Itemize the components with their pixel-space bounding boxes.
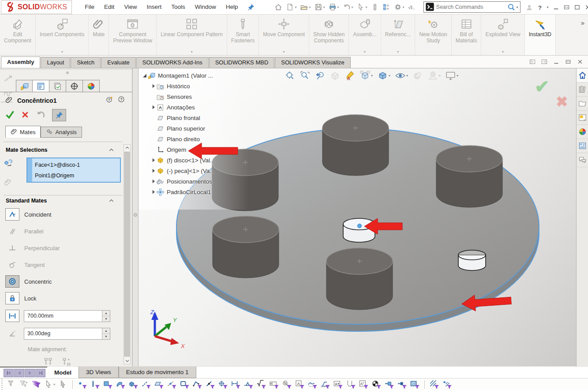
selection-entry[interactable]: Face<1>@disco-1 (35, 160, 118, 170)
select-lasso-button[interactable] (59, 380, 67, 389)
tab-layout[interactable]: Layout (41, 57, 70, 68)
undo-dropdown-icon[interactable]: ▾ (352, 5, 353, 9)
tab-property-manager[interactable] (33, 80, 49, 92)
task-pane-design-library[interactable] (577, 82, 588, 97)
tab-feature-manager[interactable] (16, 80, 33, 92)
view-settings-button[interactable]: ▾ (445, 70, 459, 82)
close-button[interactable] (584, 4, 588, 11)
options-list-button[interactable] (381, 2, 392, 12)
previous-view-button[interactable] (314, 70, 326, 82)
filter-graphics-button[interactable] (19, 380, 28, 389)
tab-display-manager[interactable] (83, 80, 100, 92)
restore-panel-button[interactable] (565, 59, 572, 65)
filter-weld-symbols-button[interactable] (244, 380, 253, 389)
ribbon-overflow-button[interactable]: » (577, 15, 588, 31)
menu-file[interactable]: File (80, 0, 99, 14)
ribbon-edit-component[interactable]: EditComponent (0, 15, 36, 55)
chevron-down-icon[interactable]: ▾ (61, 50, 63, 54)
chevron-down-icon[interactable]: ▾ (364, 50, 366, 54)
menu-view[interactable]: View (119, 0, 142, 14)
view-orientation-dropdown-icon[interactable]: ▾ (371, 74, 373, 78)
distance-spinner[interactable]: ▲▼ (102, 311, 110, 322)
tab-sketch[interactable]: Sketch (71, 57, 101, 68)
filter-midpoints-button[interactable] (167, 380, 176, 389)
graphics-area[interactable]: Z Y X Montagem1 (Valor ...HistóricoSenso… (139, 68, 576, 366)
confirmation-ok-icon[interactable]: ✔ (535, 76, 550, 97)
zoom-area-button[interactable] (299, 70, 311, 82)
angle-spinner[interactable]: ▲▼ (102, 328, 110, 339)
filter-surface-finish-button[interactable] (257, 380, 266, 389)
tab-3d-views[interactable]: 3D Views (79, 367, 119, 378)
mate-type-tangent[interactable]: Tangent (5, 258, 45, 272)
filter-solid-bodies-button[interactable] (129, 380, 138, 389)
filter-annotations-button[interactable]: A (333, 380, 343, 389)
print-button[interactable]: ▾ (327, 2, 341, 12)
undo-button[interactable] (36, 110, 45, 121)
select-arrow-dropdown-button[interactable]: ▾ (44, 380, 55, 389)
ribbon-exploded-view[interactable]: Exploded View▾ (481, 15, 524, 55)
aligned-icon[interactable] (43, 357, 53, 368)
expander-icon[interactable] (150, 178, 157, 184)
grip-button[interactable] (370, 2, 380, 12)
filter-notes-button[interactable]: N (282, 380, 292, 389)
filter-stack-active-button[interactable] (32, 380, 41, 389)
help-dropdown-icon[interactable]: ▾ (547, 5, 549, 9)
spin-down[interactable]: ▼ (102, 316, 110, 322)
close-panel-button[interactable] (577, 59, 584, 65)
filter-edges-button[interactable] (90, 380, 100, 389)
task-pane-appearances[interactable] (577, 125, 588, 139)
tab-solidworks-add-ins[interactable]: SOLIDWORKS Add-Ins (136, 57, 209, 68)
user-icon[interactable] (526, 4, 532, 11)
select-cursor-button[interactable]: ▾ (356, 2, 369, 12)
tree-item-montagem1-valor[interactable]: Montagem1 (Valor ... (141, 70, 215, 81)
chevron-down-icon[interactable]: ▾ (283, 50, 285, 54)
display-style-button[interactable]: ▾ (377, 70, 391, 82)
panel-scrollbar[interactable] (124, 144, 131, 364)
mate-type-lock[interactable]: Lock (5, 291, 36, 305)
scroll-up-icon[interactable] (124, 145, 130, 151)
ribbon-bill-of-materials[interactable]: Bill ofMaterials (452, 15, 482, 55)
filter-regions-button[interactable] (410, 380, 419, 389)
tab-solidworks-visualize[interactable]: SOLIDWORKS Visualize (275, 57, 351, 68)
tab-evaluate[interactable]: Evaluate (101, 57, 136, 68)
menu-help[interactable]: Help (221, 0, 243, 14)
panel-splitter[interactable] (132, 68, 139, 366)
save-button[interactable]: ▾ (313, 2, 326, 12)
cancel-button[interactable] (21, 111, 29, 120)
open-document-dropdown-icon[interactable]: ▾ (309, 5, 311, 9)
dock-left-panel-button[interactable] (529, 59, 536, 65)
dock-right-panel-button[interactable] (541, 59, 548, 65)
filter-routing-points-button[interactable] (397, 380, 407, 389)
ribbon-assembly-features[interactable]: Assemb...▾ (349, 15, 381, 55)
filter-sketches-button[interactable] (180, 380, 189, 389)
menu-insert[interactable]: Insert (142, 0, 166, 14)
ribbon-motion-study[interactable]: New MotionStudy (415, 15, 451, 55)
ok-button[interactable] (5, 110, 15, 120)
anti-aligned-icon[interactable] (62, 357, 71, 368)
panel-split-handle[interactable] (66, 71, 69, 74)
cylinder-back-left[interactable] (212, 149, 278, 211)
menu-tools[interactable]: Tools (166, 0, 190, 14)
ribbon-insert-components[interactable]: Insert Components▾ (36, 15, 89, 55)
angle-mate-button[interactable] (5, 327, 19, 340)
settings-gear-dropdown-icon[interactable]: ▾ (403, 5, 404, 9)
distance-input[interactable] (24, 310, 110, 322)
ribbon-linear-pattern[interactable]: Linear Component Pattern▾ (157, 15, 227, 55)
chevron-down-icon[interactable]: ▾ (53, 382, 55, 386)
filter-dowel-pins-button[interactable] (442, 380, 452, 389)
search-icon[interactable] (507, 3, 515, 11)
spin-up[interactable]: ▲ (102, 311, 110, 316)
tree-item-origem[interactable]: Origem (150, 144, 215, 155)
expander-icon[interactable] (150, 189, 157, 195)
confirmation-cancel-icon[interactable]: ✖ (556, 93, 568, 110)
toolbar-grip[interactable] (1, 378, 3, 390)
help-icon[interactable]: ? (118, 96, 125, 103)
home-button[interactable] (273, 2, 284, 12)
filter-vertices-button[interactable] (78, 380, 87, 389)
pin-menu-icon[interactable] (247, 4, 255, 11)
view-settings-dropdown-icon[interactable]: ▾ (457, 74, 458, 78)
tab-dimxpert-manager[interactable] (66, 80, 83, 92)
tab-mates[interactable]: Mates (5, 126, 41, 138)
mate-type-parallel[interactable]: Parallel (5, 224, 43, 238)
tab-analysis[interactable]: Analysis (41, 127, 82, 138)
